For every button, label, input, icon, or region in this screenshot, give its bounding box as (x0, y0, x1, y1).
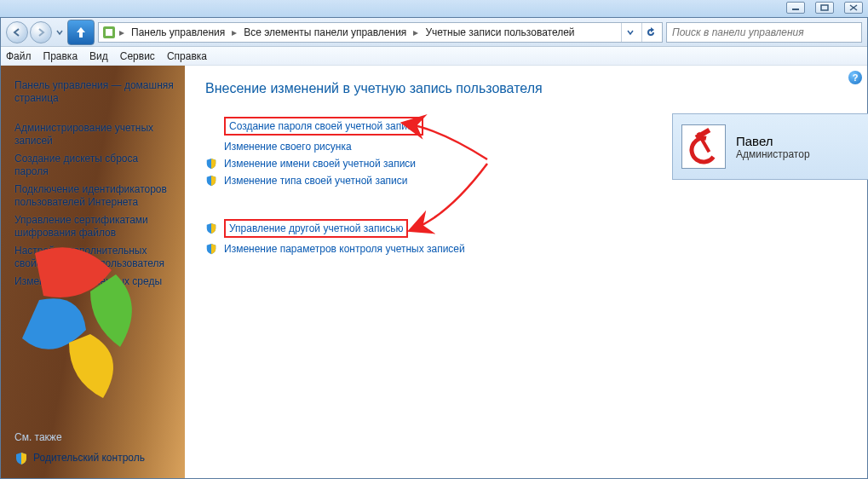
sidebar-see-also: См. также Родительский контроль (14, 431, 175, 470)
desktop-taskbar-strip (0, 0, 868, 17)
control-panel-icon (102, 26, 116, 39)
menu-help[interactable]: Справка (167, 50, 207, 62)
avatar-hammer-sickle-icon (683, 126, 724, 167)
nav-forward-button[interactable] (30, 21, 52, 43)
uac-shield-icon (205, 243, 217, 255)
address-dropdown-button[interactable] (621, 23, 638, 42)
sidebar-link[interactable]: Управление сертификатами шифрования файл… (14, 214, 175, 240)
page-title: Внесение изменений в учетную запись поль… (205, 81, 847, 96)
avatar (681, 124, 726, 169)
arrow-right-icon (36, 27, 46, 38)
sidebar-link[interactable]: Создание дискеты сброса пароля (14, 153, 175, 178)
window-minimize-button[interactable] (786, 2, 805, 14)
menu-view[interactable]: Вид (89, 50, 108, 62)
account-tile[interactable]: Павел Администратор (672, 113, 868, 180)
task-manage-other-account[interactable]: Управление другой учетной записью (205, 219, 486, 238)
maximize-icon (820, 4, 829, 11)
breadcrumb-sep-icon: ▸ (119, 26, 124, 38)
menu-file[interactable]: Файл (6, 50, 32, 62)
see-also-heading: См. также (14, 431, 175, 443)
arrow-up-icon (73, 25, 89, 40)
address-bar[interactable]: ▸ Панель управления ▸ Все элементы панел… (98, 22, 663, 43)
address-refresh-button[interactable] (641, 23, 658, 42)
window-buttons (786, 2, 863, 14)
chevron-down-icon (627, 29, 634, 36)
svg-rect-1 (821, 5, 828, 10)
task-link-text[interactable]: Изменение имени своей учетной записи (224, 158, 416, 170)
refresh-icon (646, 27, 656, 38)
nav-history-dropdown[interactable] (55, 21, 64, 43)
window-maximize-button[interactable] (815, 2, 834, 14)
nav-up-button[interactable] (67, 20, 95, 45)
task-link-text[interactable]: Управление другой учетной записью (229, 222, 403, 234)
main-pane: ? Внесение изменений в учетную запись по… (185, 66, 867, 478)
uac-shield-icon (205, 158, 217, 170)
account-name: Павел (736, 134, 810, 148)
task-change-picture[interactable]: Изменение своего рисунка (205, 141, 486, 153)
task-create-password[interactable]: Создание пароля своей учетной записи (205, 117, 486, 136)
breadcrumb-item[interactable]: Учетные записи пользователей (422, 25, 578, 40)
help-button[interactable]: ? (848, 71, 862, 84)
task-change-type[interactable]: Изменение типа своей учетной записи (205, 175, 486, 187)
close-icon (849, 4, 858, 11)
window-close-button[interactable] (844, 2, 863, 14)
shield-icon (14, 452, 28, 465)
account-role: Администратор (736, 148, 810, 160)
task-change-name[interactable]: Изменение имени своей учетной записи (205, 158, 486, 170)
uac-shield-icon (205, 222, 217, 234)
uac-shield-icon (205, 175, 217, 187)
window-body: Панель управления — домашняя страница Ад… (1, 66, 867, 478)
sidebar-link[interactable]: Подключение идентификаторов пользователе… (14, 183, 175, 209)
menu-edit[interactable]: Правка (43, 50, 78, 62)
task-link-text[interactable]: Изменение параметров контроля учетных за… (224, 243, 465, 255)
nav-back-button[interactable] (6, 21, 28, 43)
nav-bar: ▸ Панель управления ▸ Все элементы панел… (1, 18, 867, 47)
menu-tools[interactable]: Сервис (120, 50, 155, 62)
task-link-text[interactable]: Изменение типа своей учетной записи (224, 175, 407, 187)
task-list: Создание пароля своей учетной записи Изм… (205, 117, 486, 255)
sidebar-link[interactable]: Администрирование учетных записей (14, 122, 175, 147)
breadcrumb-sep-icon: ▸ (413, 26, 418, 38)
minimize-icon (791, 4, 800, 11)
account-meta: Павел Администратор (736, 134, 810, 160)
task-link-text[interactable]: Создание пароля своей учетной записи (229, 120, 418, 132)
breadcrumb-item[interactable]: Панель управления (128, 25, 228, 40)
search-input[interactable] (666, 22, 862, 43)
breadcrumb-sep-icon: ▸ (232, 26, 237, 38)
sidebar-link[interactable]: Настройка дополнительных свойств профиля… (14, 245, 175, 270)
sidebar-home-link[interactable]: Панель управления — домашняя страница (14, 79, 175, 105)
sidebar-link[interactable]: Изменение переменных среды (14, 275, 175, 288)
explorer-window: ▸ Панель управления ▸ Все элементы панел… (0, 17, 868, 479)
breadcrumb-item[interactable]: Все элементы панели управления (240, 25, 410, 40)
task-link-text[interactable]: Изменение своего рисунка (224, 141, 352, 153)
svg-rect-5 (106, 29, 112, 36)
see-also-link[interactable]: Родительский контроль (33, 452, 145, 465)
arrow-left-icon (12, 27, 22, 38)
menu-bar: Файл Правка Вид Сервис Справка (1, 47, 867, 66)
sidebar: Панель управления — домашняя страница Ад… (1, 66, 185, 478)
task-change-uac[interactable]: Изменение параметров контроля учетных за… (205, 243, 486, 255)
